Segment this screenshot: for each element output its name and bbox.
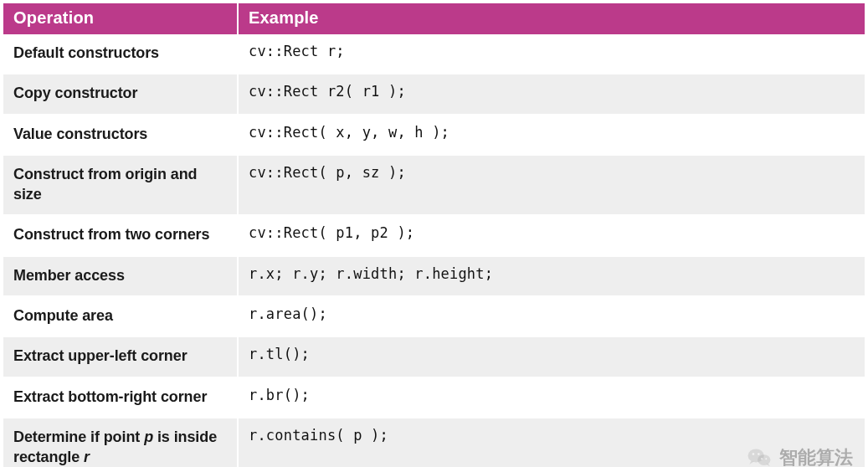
header-operation: Operation bbox=[3, 3, 238, 34]
operation-cell: Construct from two corners bbox=[3, 215, 238, 255]
table-row: Copy constructorcv::Rect r2( r1 ); bbox=[3, 74, 865, 114]
operation-cell: Default constructors bbox=[3, 34, 238, 74]
operation-cell: Determine if point p is inside rectangle… bbox=[3, 418, 238, 467]
table-row: Value constructorscv::Rect( x, y, w, h )… bbox=[3, 115, 865, 155]
table-row: Compute arear.area(); bbox=[3, 296, 865, 336]
table-body: Default constructorscv::Rect r;Copy cons… bbox=[3, 34, 865, 467]
table-row: Default constructorscv::Rect r; bbox=[3, 34, 865, 74]
table-row: Construct from origin and sizecv::Rect( … bbox=[3, 155, 865, 216]
example-cell: r.tl(); bbox=[238, 336, 865, 377]
operation-cell: Construct from origin and size bbox=[3, 155, 238, 216]
table-row: Member accessr.x; r.y; r.width; r.height… bbox=[3, 256, 865, 296]
operation-cell: Extract bottom-right corner bbox=[3, 377, 238, 418]
example-cell: cv::Rect( p1, p2 ); bbox=[238, 215, 865, 255]
header-example: Example bbox=[238, 3, 865, 34]
table-row: Extract upper-left cornerr.tl(); bbox=[3, 336, 865, 377]
operation-cell: Value constructors bbox=[3, 115, 238, 155]
example-cell: r.area(); bbox=[238, 296, 865, 336]
example-cell: r.x; r.y; r.width; r.height; bbox=[238, 256, 865, 296]
operation-cell: Extract upper-left corner bbox=[3, 336, 238, 377]
table-row: Construct from two cornerscv::Rect( p1, … bbox=[3, 215, 865, 255]
operation-cell: Copy constructor bbox=[3, 74, 238, 114]
example-cell: cv::Rect r; bbox=[238, 34, 865, 74]
example-cell: cv::Rect( p, sz ); bbox=[238, 155, 865, 216]
table-row: Determine if point p is inside rectangle… bbox=[3, 418, 865, 467]
example-cell: r.contains( p ); bbox=[238, 418, 865, 467]
example-cell: r.br(); bbox=[238, 377, 865, 418]
example-cell: cv::Rect r2( r1 ); bbox=[238, 74, 865, 114]
table-row: Extract bottom-right cornerr.br(); bbox=[3, 377, 865, 418]
operation-cell: Compute area bbox=[3, 296, 238, 336]
rect-operations-table: Operation Example Default constructorscv… bbox=[3, 3, 865, 467]
operation-cell: Member access bbox=[3, 256, 238, 296]
example-cell: cv::Rect( x, y, w, h ); bbox=[238, 115, 865, 155]
